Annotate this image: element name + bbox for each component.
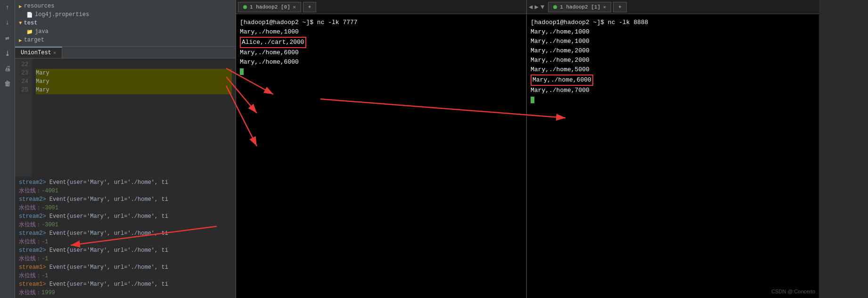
file-tree-target[interactable]: ▶ target bbox=[15, 36, 236, 44]
terminal-right-tab[interactable]: 1 hadoop2 [1] ✕ bbox=[548, 2, 611, 12]
terminal-middle-cursor bbox=[240, 67, 523, 76]
terminal-right-prompt: [hadoop1@hadoop2 ~]$ nc -lk 8888 bbox=[531, 18, 815, 27]
delete-icon[interactable]: 🗑 bbox=[2, 78, 13, 90]
terminal-right-close-icon[interactable]: ✕ bbox=[603, 4, 606, 10]
nav-down-icon[interactable]: ▼ bbox=[540, 3, 544, 11]
terminal-middle-add-button[interactable]: + bbox=[303, 2, 317, 12]
terminal-right-tabbar: ◀ ▶ ▼ 1 hadoop2 [1] ✕ + bbox=[527, 0, 819, 14]
sync-icon[interactable]: ⇌ bbox=[3, 32, 11, 44]
download-icon[interactable]: ⤓ bbox=[3, 48, 12, 59]
terminal-right-line-6: Mary,./home,6000 bbox=[531, 74, 815, 86]
terminal-middle-body: [hadoop1@hadoop2 ~]$ nc -lk 7777 Mary,./… bbox=[236, 14, 526, 298]
terminal-middle: 1 hadoop2 [0] ✕ + [hadoop1@hadoop2 ~]$ n… bbox=[236, 0, 527, 298]
log-line-14: 水位线：1999 bbox=[19, 289, 232, 297]
log-line-2: 水位线：-4001 bbox=[19, 187, 232, 195]
log-line-4: 水位线：-3001 bbox=[19, 204, 232, 212]
code-line-25: Mary bbox=[36, 86, 232, 94]
editor-tab-bar: UnionTest ✕ bbox=[15, 47, 236, 58]
code-line-24: Mary bbox=[36, 77, 232, 86]
terminal-middle-highlight-1: Alice,./cart,2000 bbox=[240, 37, 306, 48]
terminal-middle-prompt: [hadoop1@hadoop2 ~]$ nc -lk 7777 bbox=[240, 18, 523, 27]
terminal-right-tab-label: 1 hadoop2 [1] bbox=[560, 4, 600, 10]
log-line-8: 水位线：-1 bbox=[19, 238, 232, 246]
terminal-right: ◀ ▶ ▼ 1 hadoop2 [1] ✕ + [hadoop1@hadoop2… bbox=[527, 0, 819, 298]
green-dot-right-icon bbox=[553, 5, 557, 9]
terminal-middle-line-1: Mary,./home,1000 bbox=[240, 27, 523, 37]
terminal-middle-line-3: Mary,./home,6000 bbox=[240, 48, 523, 58]
terminal-right-highlight-1: Mary,./home,6000 bbox=[531, 74, 593, 86]
tab-uniontest[interactable]: UnionTest ✕ bbox=[15, 47, 62, 58]
nav-left-icon[interactable]: ◀ bbox=[529, 3, 532, 11]
terminal-right-add-button[interactable]: + bbox=[613, 2, 627, 12]
terminal-middle-tab-label: 1 hadoop2 [0] bbox=[250, 4, 290, 10]
sidebar-icons: ↑ ↓ ⇌ ⤓ 🖨 🗑 bbox=[0, 0, 15, 298]
log-line-9: stream2> Event{user='Mary', url='./home'… bbox=[19, 246, 232, 255]
terminal-middle-line-4: Mary,./home,6000 bbox=[240, 58, 523, 67]
log-line-11: stream1> Event{user='Mary', url='./home'… bbox=[19, 263, 232, 272]
log-line-5: stream2> Event{user='Mary', url='./home'… bbox=[19, 212, 232, 221]
ide-panel: ▶ resources 📄 log4j.properties ▼ test 📁 … bbox=[15, 0, 236, 298]
log-output: stream2> Event{user='Mary', url='./home'… bbox=[15, 176, 236, 298]
file-tree-resources[interactable]: ▶ resources bbox=[15, 2, 236, 10]
terminal-middle-tabbar: 1 hadoop2 [0] ✕ + bbox=[236, 0, 526, 14]
tab-close-icon[interactable]: ✕ bbox=[53, 50, 56, 56]
terminal-right-line-5: Mary,./home,5000 bbox=[531, 65, 815, 74]
terminal-right-line-4: Mary,./home,2000 bbox=[531, 56, 815, 65]
log-line-6: 水位线：-3001 bbox=[19, 221, 232, 229]
log-line-12: 水位线：-1 bbox=[19, 272, 232, 280]
green-dot-icon bbox=[243, 5, 247, 9]
file-tree-java[interactable]: 📁 java bbox=[15, 27, 236, 36]
terminal-middle-line-2: Alice,./cart,2000 bbox=[240, 37, 523, 48]
down-icon[interactable]: ↓ bbox=[3, 17, 11, 28]
terminal-right-line-3: Mary,./home,2000 bbox=[531, 46, 815, 56]
print-icon[interactable]: 🖨 bbox=[2, 63, 13, 74]
code-content-top: Mary Mary Mary bbox=[32, 58, 236, 176]
log-line-10: 水位线：-1 bbox=[19, 255, 232, 263]
terminal-right-cursor bbox=[531, 95, 815, 105]
file-tree: ▶ resources 📄 log4j.properties ▼ test 📁 … bbox=[15, 0, 236, 47]
up-icon[interactable]: ↑ bbox=[3, 2, 11, 13]
terminal-right-body: [hadoop1@hadoop2 ~]$ nc -lk 8888 Mary,./… bbox=[527, 14, 819, 298]
terminal-right-line-7: Mary,./home,7000 bbox=[531, 86, 815, 95]
watermark: CSDN @:Concerto bbox=[771, 287, 815, 296]
log-line-13: stream1> Event{user='Mary', url='./home'… bbox=[19, 280, 232, 289]
log-line-3: stream2> Event{user='Mary', url='./home'… bbox=[19, 195, 232, 204]
code-line-22 bbox=[36, 60, 232, 69]
terminal-middle-close-icon[interactable]: ✕ bbox=[293, 4, 296, 10]
nav-right-icon[interactable]: ▶ bbox=[534, 3, 538, 11]
terminal-right-line-2: Mary,./home,1000 bbox=[531, 37, 815, 46]
file-tree-test[interactable]: ▼ test bbox=[15, 19, 236, 27]
log-line-7: stream2> Event{user='Mary', url='./home'… bbox=[19, 229, 232, 238]
terminal-right-line-1: Mary,./home,1000 bbox=[531, 27, 815, 37]
terminal-middle-tab[interactable]: 1 hadoop2 [0] ✕ bbox=[238, 2, 301, 12]
code-area: 22 23 24 25 Mary Mary Mary bbox=[15, 58, 236, 176]
code-line-23: Mary bbox=[36, 69, 232, 77]
log-line-1: stream2> Event{user='Mary', url='./home'… bbox=[19, 178, 232, 187]
line-numbers: 22 23 24 25 bbox=[15, 58, 32, 176]
file-tree-log4j[interactable]: 📄 log4j.properties bbox=[15, 10, 236, 19]
